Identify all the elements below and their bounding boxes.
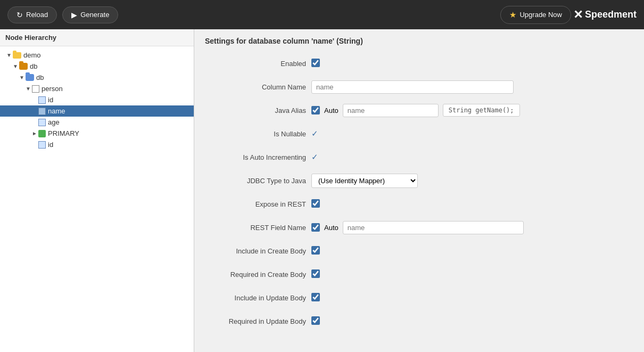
include-create-body-row: Include in Create Body <box>205 243 633 258</box>
star-icon: ★ <box>509 10 516 20</box>
reload-button[interactable]: ↻ Reload <box>7 6 57 23</box>
include-update-body-checkbox[interactable] <box>311 293 320 301</box>
tree-item-db2[interactable]: ▼ db <box>0 72 194 83</box>
jdbc-type-control: (Use Identity Mapper) String Integer Lon… <box>311 174 535 188</box>
jdbc-type-label: JDBC Type to Java <box>205 177 311 185</box>
java-alias-auto-label: Auto <box>324 107 338 114</box>
include-create-body-checkbox[interactable] <box>311 246 320 255</box>
toggle-arrow-db1: ▼ <box>12 63 19 69</box>
rest-field-name-label: REST Field Name <box>205 224 311 232</box>
tree-label-db2: db <box>36 73 44 81</box>
expose-rest-checkbox[interactable] <box>311 199 320 208</box>
is-nullable-control: ✓ <box>311 129 535 138</box>
required-create-body-control <box>311 269 535 280</box>
required-update-body-checkbox[interactable] <box>311 316 320 325</box>
upgrade-label: Upgrade Now <box>519 11 562 19</box>
tree-item-name[interactable]: name <box>0 105 194 117</box>
column-icon-id2 <box>38 141 46 149</box>
toggle-arrow-primary: ► <box>31 130 38 136</box>
enabled-checkbox[interactable] <box>311 59 320 67</box>
rest-field-auto-label: Auto <box>324 224 338 232</box>
column-name-input[interactable] <box>311 80 514 94</box>
include-update-body-label: Include in Update Body <box>205 294 311 302</box>
java-alias-label: Java Alias <box>205 107 311 114</box>
tree-item-primary[interactable]: ► PRIMARY <box>0 128 194 139</box>
logo-x-icon: ✕ <box>573 9 583 21</box>
tree-item-id2[interactable]: id <box>0 139 194 150</box>
main-layout: Node Hierarchy ▼ demo ▼ db ▼ db <box>0 29 644 352</box>
toolbar: ↻ Reload ▶ Generate ★ Upgrade Now ✕ Spee… <box>0 0 644 29</box>
settings-area: Enabled Column Name Java Alias Auto <box>194 51 644 348</box>
tree-item-id1[interactable]: id <box>0 94 194 105</box>
upgrade-button[interactable]: ★ Upgrade Now <box>500 6 571 24</box>
java-alias-row: Java Alias Auto String getName(); <box>205 103 633 118</box>
is-auto-incrementing-check-icon: ✓ <box>311 152 318 161</box>
speedment-logo: ✕ Speedment <box>573 9 637 21</box>
is-nullable-row: Is Nullable ✓ <box>205 126 633 141</box>
tree-item-age[interactable]: age <box>0 117 194 128</box>
tree-label-primary: PRIMARY <box>48 129 79 137</box>
include-create-body-control <box>311 246 535 256</box>
sidebar: Node Hierarchy ▼ demo ▼ db ▼ db <box>0 29 194 352</box>
required-update-body-row: Required in Update Body <box>205 314 633 329</box>
column-name-row: Column Name <box>205 79 633 94</box>
java-alias-method-hint: String getName(); <box>443 104 520 117</box>
panel-title: Settings for database column 'name' (Str… <box>194 29 644 51</box>
jdbc-type-select[interactable]: (Use Identity Mapper) String Integer Lon… <box>311 174 418 188</box>
required-create-body-row: Required in Create Body <box>205 267 633 282</box>
reload-label: Reload <box>26 11 48 19</box>
is-auto-incrementing-control: ✓ <box>311 152 535 162</box>
required-update-body-label: Required in Update Body <box>205 317 311 325</box>
folder-icon-demo <box>13 52 21 59</box>
column-icon-age <box>38 119 46 126</box>
rest-field-name-input[interactable] <box>343 221 524 234</box>
is-auto-incrementing-row: Is Auto Incrementing ✓ <box>205 150 633 165</box>
tree-label-id1: id <box>48 96 53 104</box>
tree-label-name: name <box>48 107 65 115</box>
generate-label: Generate <box>80 11 109 19</box>
include-update-body-control <box>311 293 535 303</box>
schema-icon <box>26 74 34 81</box>
toggle-arrow-person: ▼ <box>24 86 32 92</box>
column-icon-id1 <box>38 96 46 104</box>
tree-item-person[interactable]: ▼ person <box>0 83 194 94</box>
is-auto-incrementing-label: Is Auto Incrementing <box>205 153 311 161</box>
include-create-body-label: Include in Create Body <box>205 247 311 255</box>
sidebar-title: Node Hierarchy <box>0 29 194 46</box>
enabled-control <box>311 59 535 69</box>
required-create-body-checkbox[interactable] <box>311 269 320 278</box>
rest-field-name-control: Auto <box>311 221 535 234</box>
required-update-body-control <box>311 316 535 326</box>
reload-icon: ↻ <box>16 11 23 19</box>
tree-label-demo: demo <box>23 51 41 59</box>
generate-icon: ▶ <box>71 11 77 19</box>
table-icon-person <box>32 85 39 93</box>
include-update-body-row: Include in Update Body <box>205 290 633 305</box>
is-nullable-label: Is Nullable <box>205 130 311 138</box>
tree-item-db1[interactable]: ▼ db <box>0 61 194 72</box>
expose-rest-label: Expose in REST <box>205 200 311 208</box>
column-name-label: Column Name <box>205 83 311 91</box>
java-alias-input[interactable] <box>343 104 439 117</box>
tree-item-demo[interactable]: ▼ demo <box>0 50 194 61</box>
tree-label-age: age <box>48 118 60 126</box>
is-nullable-check-icon: ✓ <box>311 129 318 138</box>
java-alias-control: Auto String getName(); <box>311 104 535 117</box>
logo-text: Speedment <box>585 9 637 20</box>
enabled-row: Enabled <box>205 56 633 71</box>
db-folder-icon <box>19 63 28 70</box>
java-alias-auto-checkbox[interactable] <box>311 106 320 114</box>
enabled-label: Enabled <box>205 60 311 68</box>
jdbc-type-row: JDBC Type to Java (Use Identity Mapper) … <box>205 173 633 188</box>
primary-icon <box>38 130 46 137</box>
tree: ▼ demo ▼ db ▼ db ▼ person <box>0 46 194 153</box>
content-panel: Settings for database column 'name' (Str… <box>194 29 644 352</box>
expose-rest-row: Expose in REST <box>205 197 633 211</box>
expose-rest-control <box>311 199 535 209</box>
toggle-arrow-demo: ▼ <box>5 52 13 58</box>
required-create-body-label: Required in Create Body <box>205 271 311 279</box>
rest-field-auto-checkbox[interactable] <box>311 223 320 232</box>
generate-button[interactable]: ▶ Generate <box>62 6 118 23</box>
tree-label-id2: id <box>48 141 53 149</box>
rest-field-name-row: REST Field Name Auto <box>205 220 633 235</box>
